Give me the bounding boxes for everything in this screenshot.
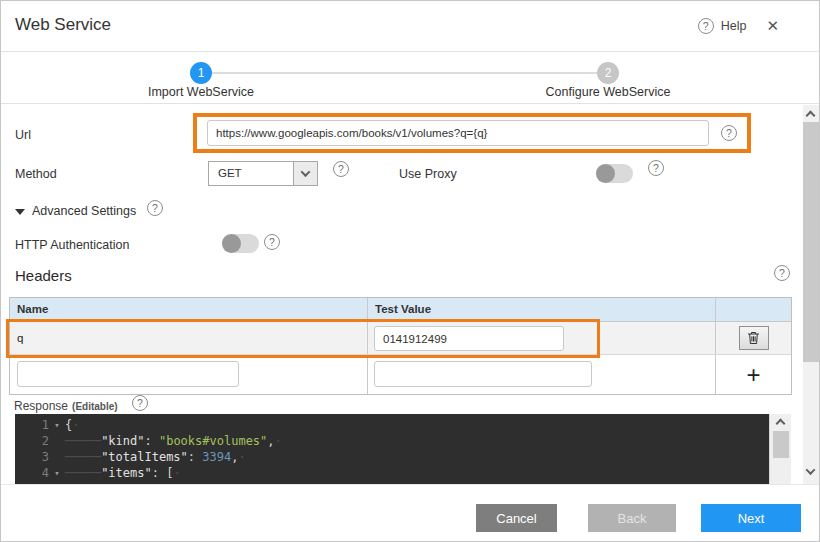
method-help-icon[interactable] (333, 161, 349, 177)
headers-table: Name Test Value q + (9, 297, 792, 395)
close-icon[interactable]: ✕ (766, 18, 779, 34)
method-selected-value: GET (218, 167, 242, 179)
dialog-content: Url Method GET Use Proxy Advanced Settin… (1, 105, 819, 484)
content-scrollbar-thumb[interactable] (803, 122, 819, 362)
code-line: 1▾{· (15, 417, 769, 433)
header-name-cell: q (10, 322, 368, 354)
cancel-button[interactable]: Cancel (476, 504, 557, 532)
http-auth-label: HTTP Authentication (15, 238, 129, 252)
trash-icon (747, 331, 760, 345)
code-line: 4▾─────"items": [· (15, 465, 769, 481)
chevron-down-icon (301, 167, 311, 177)
advanced-settings-toggle[interactable]: Advanced Settings (32, 204, 136, 218)
url-input[interactable] (207, 120, 709, 146)
response-label: Response (14, 399, 68, 413)
next-button[interactable]: Next (701, 504, 801, 532)
editor-scrollbar-thumb[interactable] (773, 431, 789, 458)
web-service-dialog: Web Service Help ✕ 1 Import WebService 2… (0, 0, 820, 542)
http-auth-help-icon[interactable] (264, 234, 280, 250)
fold-arrow-icon[interactable]: ▾ (49, 465, 65, 481)
method-label: Method (15, 167, 57, 181)
response-editable-label: (Editable) (72, 401, 118, 412)
code-lines[interactable]: 1▾{·2─────"kind": "books#volumes",·3────… (15, 414, 769, 484)
fold-spacer (49, 449, 65, 465)
select-dropdown-button[interactable] (293, 162, 317, 185)
table-header-row: Name Test Value (10, 298, 791, 322)
fold-arrow-icon[interactable]: ▾ (49, 417, 65, 433)
stepper-connector-line (212, 72, 598, 74)
scroll-up-icon[interactable] (806, 111, 816, 121)
add-row-button[interactable]: + (746, 365, 760, 385)
step-1-circle[interactable]: 1 (190, 62, 212, 84)
step-2-circle[interactable]: 2 (597, 62, 619, 84)
caret-down-icon (15, 209, 25, 215)
title-bar: Web Service Help ✕ (1, 1, 819, 52)
step-1-label: Import WebService (121, 85, 281, 99)
step-2-label: Configure WebService (528, 85, 688, 99)
headers-section-title: Headers (15, 267, 72, 284)
back-button[interactable]: Back (588, 504, 676, 532)
response-help-icon[interactable] (132, 395, 148, 411)
titlebar-actions: Help ✕ (698, 18, 779, 34)
table-row: q (10, 322, 791, 355)
headers-help-icon[interactable] (774, 265, 790, 281)
help-link[interactable]: Help (721, 19, 747, 33)
wizard-stepper: 1 Import WebService 2 Configure WebServi… (1, 52, 819, 104)
column-header-actions (716, 298, 791, 321)
response-label-row: Response(Editable) (14, 399, 118, 413)
use-proxy-toggle[interactable] (596, 164, 633, 183)
use-proxy-help-icon[interactable] (648, 160, 664, 176)
use-proxy-label: Use Proxy (399, 167, 457, 181)
http-auth-toggle[interactable] (222, 234, 259, 253)
table-new-row: + (10, 355, 791, 394)
response-code-editor[interactable]: 1▾{·2─────"kind": "books#volumes",·3────… (15, 414, 791, 484)
fold-spacer (49, 433, 65, 449)
advanced-settings-help-icon[interactable] (147, 200, 163, 216)
scroll-down-icon[interactable] (806, 465, 816, 475)
column-header-test-value: Test Value (368, 298, 716, 321)
delete-row-button[interactable] (739, 326, 769, 350)
url-help-icon[interactable] (721, 125, 737, 141)
page-title: Web Service (15, 15, 111, 35)
code-line: 3─────"totalItems": 3394,· (15, 449, 769, 465)
new-header-value-input[interactable] (374, 361, 592, 387)
new-header-name-input[interactable] (17, 361, 239, 387)
column-header-name: Name (10, 298, 368, 321)
content-scrollbar[interactable] (803, 105, 819, 484)
url-highlight-box (193, 113, 751, 153)
editor-scroll-up-icon[interactable] (776, 419, 786, 429)
code-line: 2─────"kind": "books#volumes",· (15, 433, 769, 449)
editor-scrollbar[interactable] (769, 414, 791, 484)
header-test-value-input[interactable] (374, 326, 564, 351)
method-select[interactable]: GET (208, 161, 318, 186)
help-icon[interactable] (698, 18, 714, 34)
url-label: Url (15, 128, 31, 142)
dialog-footer: Cancel Back Next (1, 484, 819, 542)
